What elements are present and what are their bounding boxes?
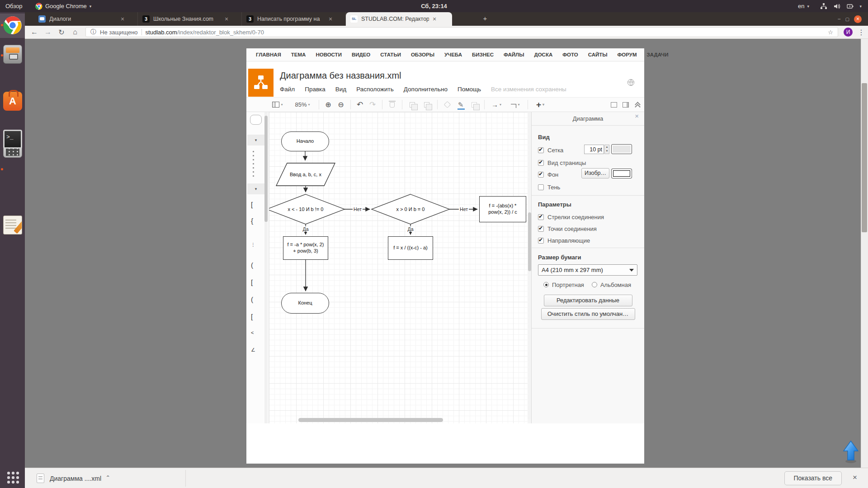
shape-fragment[interactable]: [ [251,313,253,320]
shape-fragment[interactable]: { [251,217,253,225]
menu-file[interactable]: Файл [280,86,295,93]
keyboard-layout-indicator[interactable]: en▾ [798,0,809,12]
menu-arrange[interactable]: Расположить [356,86,394,93]
new-tab-button[interactable]: + [479,14,491,23]
tab-close-icon[interactable]: × [225,15,228,23]
browser-scrollbar-thumb[interactable] [862,83,867,232]
menu-edit[interactable]: Правка [305,86,326,93]
guides-checkbox[interactable] [538,238,544,244]
profile-avatar[interactable]: И [844,28,853,37]
node-decision1-label[interactable]: x < - 10 И b != 0 [272,206,340,212]
window-close-button[interactable]: × [854,15,862,23]
clear-default-style-button[interactable]: Очистить стиль по умолчан… [541,308,635,320]
shape-fragment[interactable]: ( [251,261,253,269]
delete-icon[interactable] [386,98,398,112]
battery-icon[interactable] [846,3,854,10]
menu-extras[interactable]: Дополнительно [404,86,448,93]
nav-zadachi[interactable]: ЗАДАЧИ [642,52,674,57]
nav-saity[interactable]: САЙТЫ [583,52,613,57]
scroll-top-arrow[interactable] [842,440,860,464]
dock-chrome-icon[interactable] [3,16,22,35]
panel-close-icon[interactable]: × [635,112,639,120]
connection-arrow-button[interactable]: →▾ [488,98,505,112]
node-calc-else[interactable]: f = -(abs(x) * pow(x, 2)) / c [479,196,526,222]
background-checkbox[interactable] [538,172,544,178]
bookmark-star-icon[interactable]: ☆ [828,29,833,36]
dock-notes-icon[interactable] [3,216,22,235]
connection-arrows-checkbox[interactable] [538,214,544,220]
shape-fragment[interactable]: [ [251,201,253,208]
chevron-down-icon[interactable]: ▾ [859,4,862,9]
tab-close-icon[interactable]: × [329,15,332,23]
nav-doska[interactable]: ДОСКА [529,52,557,57]
edit-data-button[interactable]: Редактировать данные [544,295,632,306]
download-item[interactable]: Диаграмма ....xml ˆ [31,471,114,485]
node-calc2[interactable]: f = x / ((x-c) - a) [388,236,433,260]
page-view-checkbox[interactable] [538,160,544,166]
nav-glavnaya[interactable]: ГЛАВНАЯ [251,52,286,57]
palette-scrollbar-thumb[interactable] [264,116,268,222]
tab-studlab-active[interactable]: SL STUDLAB.COM: Редактор × [346,12,452,26]
undo-icon[interactable]: ↶ [354,98,366,112]
background-color-swatch[interactable] [611,169,632,178]
window-minimize-button[interactable]: − [838,16,841,22]
download-bar-close-icon[interactable]: × [853,473,857,482]
background-image-button[interactable]: Изобр… [581,168,609,178]
shadow-checkbox[interactable] [538,184,544,190]
nav-tema[interactable]: ТЕМА [286,52,311,57]
to-back-icon[interactable] [420,98,434,112]
tab-close-icon[interactable]: × [121,15,124,23]
grid-checkbox[interactable] [538,147,544,153]
shadow-icon[interactable] [468,98,481,112]
landscape-radio[interactable] [592,282,597,287]
nav-obzory[interactable]: ОБЗОРЫ [406,52,439,57]
window-maximize-button[interactable]: ▢ [845,17,849,22]
diagram-canvas[interactable]: Начало Ввод a, b, c, x x < - 10 И b != 0… [269,112,528,423]
format-panel-icon[interactable] [620,98,632,112]
canvas-vscrollbar-thumb[interactable] [528,212,531,271]
diagram-title[interactable]: Диаграмма без названия.xml [274,70,401,81]
home-button[interactable]: ⌂ [68,28,82,36]
clock[interactable]: Сб, 23:14 [421,0,447,12]
fill-color-icon[interactable] [441,98,453,112]
dock-software-icon[interactable] [3,92,22,111]
dock-terminal-icon[interactable]: >_ [3,130,22,149]
info-icon[interactable]: ⓘ [90,28,96,36]
reload-button[interactable]: ↻ [55,28,68,37]
dock-files-icon[interactable] [3,45,22,64]
download-menu-caret-icon[interactable]: ˆ [107,474,109,482]
node-decision2-label[interactable]: x > 0 И b = 0 [377,206,444,212]
grid-size-stepper[interactable]: ▲▼ [604,145,609,154]
app-menu[interactable]: Google Chrome▾ [35,0,91,12]
to-front-icon[interactable] [406,98,419,112]
shape-fragment[interactable]: ⋮ [251,242,255,247]
network-icon[interactable] [820,3,827,10]
shape-fragment[interactable]: < [251,330,254,335]
zoom-out-icon[interactable]: ⊖ [335,98,347,112]
node-input-label[interactable]: Ввод a, b, c, x [274,172,337,177]
portrait-radio[interactable] [543,282,549,287]
zoom-in-icon[interactable]: ⊕ [322,98,334,112]
palette-dropdown[interactable]: ▾ [247,183,264,194]
insert-button[interactable]: +▾ [531,98,549,112]
grid-color-swatch[interactable] [611,144,632,154]
activities-button[interactable]: Обзор [5,0,23,12]
paper-size-select[interactable]: A4 (210 mm x 297 mm) [538,264,637,276]
edge-label-no[interactable]: Нет [353,206,363,212]
edge-label-yes[interactable]: Да [407,226,415,232]
connection-points-checkbox[interactable] [538,226,544,232]
nav-stati[interactable]: СТАТЬИ [375,52,406,57]
nav-faily[interactable]: ФАЙЛЫ [499,52,529,57]
show-apps-icon[interactable] [6,471,19,483]
address-bar[interactable]: ⓘ Не защищено studlab.com/index/redaktor… [85,27,838,37]
node-end[interactable]: Конец [281,293,329,314]
back-button[interactable]: ← [28,28,41,36]
fullscreen-icon[interactable] [608,98,620,112]
edge-label-yes[interactable]: Да [302,226,310,232]
menu-view[interactable]: Вид [335,86,346,93]
menu-help[interactable]: Помощь [458,86,481,93]
grid-size-input[interactable] [584,145,604,154]
palette-dropdown[interactable]: ▾ [247,135,264,145]
volume-icon[interactable] [833,3,840,10]
tab-close-icon[interactable]: × [433,15,436,23]
